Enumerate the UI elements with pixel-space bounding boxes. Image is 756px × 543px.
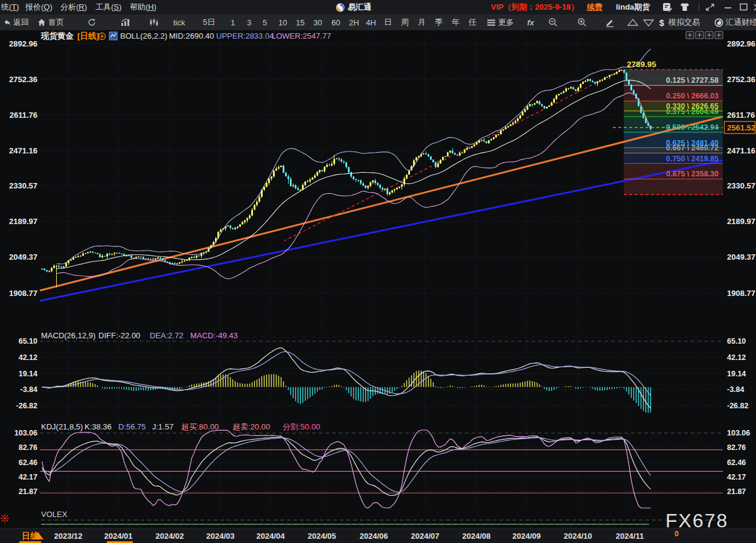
mini-chart-icon[interactable] xyxy=(109,32,117,40)
candle-body xyxy=(191,257,193,257)
timeframe-季[interactable]: 季 xyxy=(435,14,443,30)
triangle-down-button[interactable] xyxy=(642,14,655,30)
timeframe-日[interactable]: 日 xyxy=(384,14,392,30)
zoom-out-button[interactable] xyxy=(548,14,558,30)
account-name: linda期货 xyxy=(616,0,650,14)
month-label: 2024/11 xyxy=(616,532,644,541)
home-button[interactable]: 首页 xyxy=(37,14,64,30)
maximize-icon[interactable] xyxy=(738,2,750,13)
timeframe-3[interactable]: 3 xyxy=(247,14,251,30)
candle-body xyxy=(314,175,316,178)
indicator-fx-button[interactable]: fx xyxy=(527,14,539,30)
candle-body xyxy=(101,256,103,257)
candle-body xyxy=(415,158,417,161)
candle-body xyxy=(85,253,86,254)
candle-body xyxy=(444,156,446,157)
candle-body xyxy=(326,165,328,167)
minimize-icon[interactable] xyxy=(722,2,734,13)
volex-title: VOLEX xyxy=(41,510,68,519)
fib-level-label: 0.250 \ 2666.03 xyxy=(666,92,719,100)
timeframe-10[interactable]: 10 xyxy=(278,14,287,30)
candle-body xyxy=(642,113,644,118)
price-axis-label-right: 2611.76 xyxy=(727,111,755,120)
draw-pencil-button[interactable] xyxy=(605,14,615,30)
candle-body xyxy=(558,94,560,95)
triangle-up-button[interactable] xyxy=(627,14,639,30)
chart-type-bars-button[interactable] xyxy=(121,14,131,30)
timeframe-2H[interactable]: 2H xyxy=(349,14,359,30)
app-brand: 易汇通 xyxy=(336,0,371,14)
timeframe-月[interactable]: 月 xyxy=(418,14,426,30)
timeframe-tick[interactable]: tick xyxy=(173,14,185,30)
candle-body xyxy=(345,162,347,167)
sim-trading-button[interactable]: $模拟交易 xyxy=(659,14,700,30)
candle-body xyxy=(604,77,606,80)
candle-body xyxy=(582,82,584,84)
candle-body xyxy=(331,164,333,165)
candle-body xyxy=(502,129,504,130)
candle-body xyxy=(75,257,77,257)
candle-body xyxy=(536,101,538,103)
candle-body xyxy=(48,271,50,272)
candle-body xyxy=(469,148,470,149)
peak-price-label: 2789.95 xyxy=(627,60,656,69)
candle-body xyxy=(186,260,188,261)
timeframe-1[interactable]: 1 xyxy=(231,14,235,30)
refresh-button[interactable] xyxy=(87,14,97,30)
zoom-in-button[interactable] xyxy=(577,14,587,30)
current-price-axis-label: 2561.52 xyxy=(727,123,755,132)
candle-body xyxy=(360,180,362,183)
candle-body xyxy=(565,89,567,92)
macd-axis-label-left: -3.84 xyxy=(21,385,38,394)
candle-body xyxy=(99,254,101,257)
back-button[interactable]: 返回 xyxy=(2,14,29,30)
timeframe-4H[interactable]: 4H xyxy=(366,14,376,30)
timeframe-60[interactable]: 60 xyxy=(332,14,340,30)
candle-body xyxy=(63,266,65,268)
candle-body xyxy=(391,190,393,193)
chart-type-candles-button[interactable] xyxy=(149,14,159,30)
candle-body xyxy=(529,104,531,106)
timeframe-任[interactable]: 任 xyxy=(469,14,476,30)
candle-body xyxy=(147,259,149,259)
candle-body xyxy=(471,146,473,148)
menu-item-0[interactable]: 统(T) xyxy=(1,0,19,14)
menu-item-1[interactable]: 报价(Q) xyxy=(25,0,53,14)
fib-level-label: 0.875 \ 2358.30 xyxy=(666,170,719,178)
app-title: 易汇通 xyxy=(348,2,371,13)
candle-body xyxy=(130,255,132,258)
close-icon[interactable] xyxy=(752,2,756,13)
candle-body xyxy=(524,109,526,112)
candle-body xyxy=(580,84,581,88)
timeframe-周[interactable]: 周 xyxy=(401,14,409,30)
candle-body xyxy=(556,95,557,99)
candle-body xyxy=(386,188,388,194)
timeframe-年[interactable]: 年 xyxy=(452,14,460,30)
huitong-news-button[interactable]: 汇通财经 xyxy=(714,14,756,30)
kdj-axis-label-right: 103.06 xyxy=(727,429,750,437)
restore-arrows-icon[interactable] xyxy=(704,2,716,13)
candle-body xyxy=(106,254,108,256)
timeframe-5[interactable]: 5 xyxy=(263,14,267,30)
chart-canvas[interactable]: 0.125 \ 2727.580.250 \ 2666.030.330 \ 26… xyxy=(0,30,756,543)
timeframe-30[interactable]: 30 xyxy=(313,14,322,30)
timeframe-15[interactable]: 15 xyxy=(296,14,304,30)
candle-body xyxy=(628,80,630,85)
candle-body xyxy=(626,73,627,80)
candle-body xyxy=(592,81,594,82)
price-axis-label-left: 2471.16 xyxy=(9,146,37,155)
candle-body xyxy=(514,121,516,123)
menu-item-4[interactable]: 帮助(H) xyxy=(130,0,156,14)
feedback-note-icon[interactable] xyxy=(662,2,674,13)
menu-item-3[interactable]: 工具(S) xyxy=(95,0,121,14)
candle-body xyxy=(229,226,231,228)
skin-shirt-icon[interactable] xyxy=(679,2,691,13)
timeframe-5d[interactable]: 5日 xyxy=(203,14,215,30)
more-button[interactable]: 更多 xyxy=(487,14,514,30)
kdj-k-label: K:38.36 xyxy=(85,422,112,431)
renew-link[interactable]: 续费 xyxy=(587,0,603,14)
candle-body xyxy=(367,186,369,188)
menu-item-2[interactable]: 分析(R) xyxy=(60,0,87,14)
candle-body xyxy=(150,259,152,260)
candle-body xyxy=(234,228,236,229)
